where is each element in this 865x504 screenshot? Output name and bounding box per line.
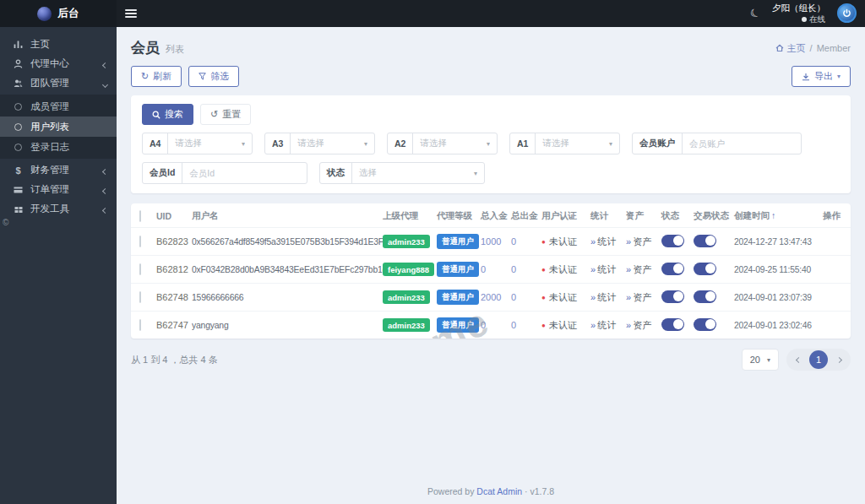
filter-button[interactable]: 筛选 — [188, 66, 239, 87]
chevron-down-icon: ▾ — [837, 73, 841, 80]
page-subtitle: 列表 — [166, 43, 184, 56]
trade-status-toggle[interactable] — [694, 263, 716, 275]
page-button-1[interactable]: 1 — [809, 350, 828, 369]
row-checkbox[interactable] — [139, 291, 141, 303]
total-in-cell: 1000 — [481, 236, 511, 247]
hamburger-menu-icon[interactable] — [125, 9, 137, 18]
row-checkbox[interactable] — [139, 263, 141, 275]
auth-cell: ●未认证 — [541, 236, 590, 248]
dark-mode-toggle-icon[interactable]: ☾ — [748, 6, 763, 22]
status-select[interactable]: 选择▾ — [352, 163, 484, 183]
chevron-down-icon: ▾ — [767, 356, 770, 364]
export-button[interactable]: 导出 ▾ — [792, 66, 851, 87]
status-toggle[interactable] — [661, 235, 684, 247]
stats-link[interactable]: »统计 — [590, 263, 626, 276]
chevron-left-icon — [103, 185, 107, 195]
chart-icon — [13, 40, 24, 49]
total-in-cell: 2000 — [481, 292, 511, 302]
app-logo[interactable]: 后台 — [0, 0, 117, 27]
uid-cell: B62748 — [156, 292, 192, 302]
a1-select[interactable]: 请选择▾ — [536, 133, 619, 154]
prev-page-button[interactable] — [789, 350, 808, 369]
reset-button[interactable]: ↺ 重置 — [200, 104, 251, 125]
assets-link[interactable]: »资产 — [626, 319, 661, 332]
filter-field-a3: A3 请选择▾ — [264, 133, 375, 154]
logo-sphere-icon — [37, 7, 52, 21]
grid-icon — [13, 205, 24, 214]
member-id-input[interactable] — [189, 168, 300, 178]
sidebar-item-label: 用户列表 — [30, 121, 69, 133]
total-out-cell: 0 — [511, 264, 541, 274]
sidebar-item-label: 财务管理 — [30, 164, 69, 176]
status-toggle[interactable] — [661, 263, 684, 275]
sidebar-item-team[interactable]: 团队管理 — [0, 73, 117, 93]
chevron-down-icon: ▾ — [487, 140, 490, 148]
status-toggle[interactable] — [661, 290, 684, 303]
agent-badge: admin233 — [383, 235, 430, 248]
stats-link[interactable]: »统计 — [590, 319, 626, 332]
chevron-down-icon: ▾ — [609, 140, 612, 148]
username-cell: 0xF0342B28d0bA9B34843EeEd31E7bEFc297bb1d… — [192, 265, 383, 274]
status-dot-icon: ● — [541, 294, 546, 301]
sidebar-item-user-list[interactable]: 用户列表 — [0, 117, 117, 137]
user-menu[interactable]: 夕阳（组长） 在线 — [772, 3, 825, 24]
trade-status-toggle[interactable] — [694, 318, 716, 331]
total-in-cell: 0 — [481, 264, 511, 274]
user-icon — [13, 59, 24, 68]
assets-link[interactable]: »资产 — [626, 236, 661, 248]
a2-select[interactable]: 请选择▾ — [413, 133, 497, 154]
assets-link[interactable]: »资产 — [626, 263, 661, 276]
refresh-icon: ↻ — [141, 71, 149, 82]
stats-link[interactable]: »统计 — [590, 236, 626, 248]
filter-field-a2: A2 请选择▾ — [387, 133, 498, 154]
app-root: 后台 主页 代理中心 团队管理 — [0, 0, 865, 504]
trade-status-toggle[interactable] — [694, 235, 716, 247]
main-area: ☾ 夕阳（组长） 在线 会员 列表 — [117, 0, 865, 504]
sidebar-item-home[interactable]: 主页 — [0, 35, 117, 54]
row-checkbox[interactable] — [139, 236, 141, 247]
breadcrumb-home-link[interactable]: 主页 — [775, 42, 806, 55]
members-table: u6ki.me UID 用户名 上级代理 代理等级 总入金 总出金 用户认证 统… — [131, 203, 851, 339]
next-page-button[interactable] — [830, 350, 848, 369]
sidebar-item-dev-tools[interactable]: 开发工具 — [0, 199, 117, 219]
status-dot-icon: ● — [541, 266, 546, 274]
a4-select[interactable]: 请选择▾ — [168, 133, 252, 154]
chevron-left-icon — [103, 165, 107, 176]
chevron-left-icon — [103, 59, 107, 69]
created-at-sort[interactable]: 创建时间↑ — [734, 210, 819, 222]
sidebar-item-login-log[interactable]: 登录日志 — [0, 137, 117, 157]
sidebar-item-finance[interactable]: $ 财务管理 — [0, 160, 117, 180]
created-at-cell: 2024-09-25 11:55:40 — [734, 265, 819, 274]
sidebar-item-label: 成员管理 — [30, 100, 69, 113]
status-dot-icon: ● — [541, 322, 546, 329]
orders-icon — [13, 186, 24, 194]
assets-link[interactable]: »资产 — [626, 291, 661, 304]
row-checkbox[interactable] — [139, 319, 141, 331]
search-icon — [152, 111, 160, 119]
sidebar-item-label: 开发工具 — [30, 203, 69, 215]
sidebar-item-member-manage[interactable]: 成员管理 — [0, 96, 117, 117]
refresh-button[interactable]: ↻ 刷新 — [131, 66, 182, 87]
status-toggle[interactable] — [661, 318, 684, 331]
trade-status-toggle[interactable] — [694, 290, 716, 303]
stats-link[interactable]: »统计 — [590, 291, 626, 304]
download-icon — [802, 73, 810, 81]
table-row: B62823 0x566267a4df8549f5a3915E075B3b15F… — [131, 227, 851, 255]
member-account-input[interactable] — [689, 138, 794, 149]
dcat-admin-link[interactable]: Dcat Admin — [476, 486, 522, 496]
filter-field-member-id: 会员Id — [142, 162, 307, 184]
uid-cell: B62747 — [156, 320, 192, 330]
circle-icon — [13, 103, 24, 111]
agent-badge: admin233 — [383, 318, 430, 332]
sidebar-item-label: 代理中心 — [30, 57, 69, 70]
a3-select[interactable]: 请选择▾ — [291, 133, 374, 154]
search-button[interactable]: 搜索 — [142, 104, 193, 125]
page-size-select[interactable]: 20 ▾ — [742, 349, 779, 371]
select-all-checkbox[interactable] — [139, 210, 141, 222]
sidebar-item-orders[interactable]: 订单管理 — [0, 180, 117, 199]
level-badge: 普通用户 — [437, 290, 479, 305]
avatar[interactable] — [837, 3, 857, 23]
sidebar-item-agent-center[interactable]: 代理中心 — [0, 54, 117, 73]
level-badge: 普通用户 — [437, 317, 479, 333]
breadcrumb: 主页 / Member — [775, 42, 851, 55]
